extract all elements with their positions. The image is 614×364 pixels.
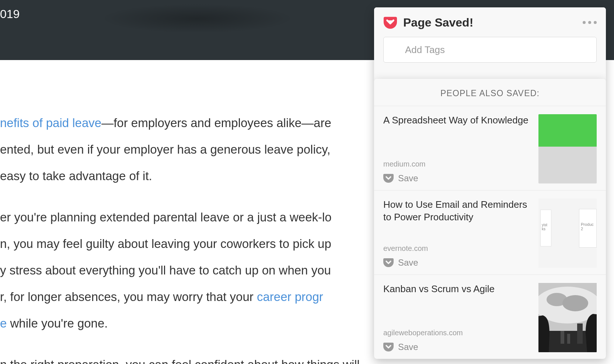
recommendation-title: How to Use Email and Reminders to Power … [383, 199, 531, 224]
article-text: easy to take advantage of it. [0, 169, 152, 183]
recommendation-thumbnail [538, 114, 597, 183]
article-text: ented, but even if your employer has a g… [0, 143, 330, 156]
article-paragraph-2: er you're planning extended parental lea… [0, 204, 380, 337]
recommendation-save-label: Save [398, 173, 418, 183]
page-saved-title: Page Saved! [403, 16, 473, 29]
pocket-save-icon [383, 342, 394, 352]
recommendation-source: agileweboperations.com [383, 329, 531, 337]
dot-icon [583, 21, 586, 24]
recommendation-info: Kanban vs Scrum vs Agile agileweboperati… [383, 283, 531, 352]
svg-rect-5 [577, 323, 583, 344]
recommendation-source: medium.com [383, 160, 531, 168]
article-text: —for employers and employees alike—are [101, 116, 331, 130]
article-text: y stress about everything you'll have to… [0, 263, 331, 277]
article-text: n the right preparation, you can feel co… [0, 358, 360, 364]
recommendation-item[interactable]: How to Use Email and Reminders to Power … [374, 190, 606, 275]
article-text: n, you may feel guilty about leaving you… [0, 237, 331, 251]
recommendation-title: Kanban vs Scrum vs Agile [383, 283, 531, 295]
thumb-card: yist ks [540, 210, 551, 246]
svg-rect-7 [567, 334, 570, 344]
recommendations-panel: PEOPLE ALSO SAVED: A Spreadsheet Way of … [374, 79, 606, 359]
recommendation-title: A Spreadsheet Way of Knowledge [383, 114, 531, 127]
article-text: while you're gone. [7, 316, 108, 330]
recommendation-item[interactable]: A Spreadsheet Way of Knowledge medium.co… [374, 106, 606, 190]
recommendation-save-button[interactable]: Save [383, 342, 531, 352]
recommendation-thumbnail: yist ks Produc 2 [538, 199, 597, 268]
saved-section: Page Saved! [374, 7, 606, 71]
recommendation-save-label: Save [398, 342, 418, 352]
pocket-logo-icon [383, 15, 397, 29]
recommendation-info: A Spreadsheet Way of Knowledge medium.co… [383, 114, 531, 183]
more-options-button[interactable] [583, 21, 597, 24]
recommendation-item[interactable]: Kanban vs Scrum vs Agile agileweboperati… [374, 275, 606, 359]
thumb-card: Produc 2 [579, 209, 597, 248]
header-year-fragment: 019 [0, 7, 20, 21]
svg-rect-6 [561, 331, 564, 344]
dot-icon [588, 21, 591, 24]
saved-header: Page Saved! [383, 15, 597, 29]
pocket-save-panel: Page Saved! PEOPLE ALSO SAVED: A Spreads… [374, 7, 606, 359]
article-body: nefits of paid leave—for employers and e… [0, 60, 380, 364]
svg-point-4 [562, 295, 588, 311]
recommendation-info: How to Use Email and Reminders to Power … [383, 199, 531, 268]
saved-header-left: Page Saved! [383, 15, 473, 29]
recommendation-save-label: Save [398, 258, 418, 268]
recommendations-header: PEOPLE ALSO SAVED: [374, 79, 606, 106]
pocket-save-icon [383, 258, 394, 267]
article-text: er you're planning extended parental lea… [0, 210, 332, 224]
recommendation-save-button[interactable]: Save [383, 173, 531, 183]
career-progress-link-cont[interactable]: e [0, 316, 7, 330]
recommendation-save-button[interactable]: Save [383, 258, 531, 268]
recommendation-source: evernote.com [383, 244, 531, 253]
add-tags-input[interactable] [383, 37, 597, 63]
dot-icon [594, 21, 597, 24]
career-progress-link[interactable]: career progr [257, 290, 323, 304]
paid-leave-link[interactable]: nefits of paid leave [0, 116, 101, 130]
article-paragraph-1: nefits of paid leave—for employers and e… [0, 110, 380, 189]
recommendation-thumbnail [538, 283, 597, 352]
pocket-save-icon [383, 174, 394, 183]
article-paragraph-3: n the right preparation, you can feel co… [0, 351, 380, 364]
header-shadow [100, 4, 295, 33]
article-text: r, for longer absences, you may worry th… [0, 290, 257, 304]
